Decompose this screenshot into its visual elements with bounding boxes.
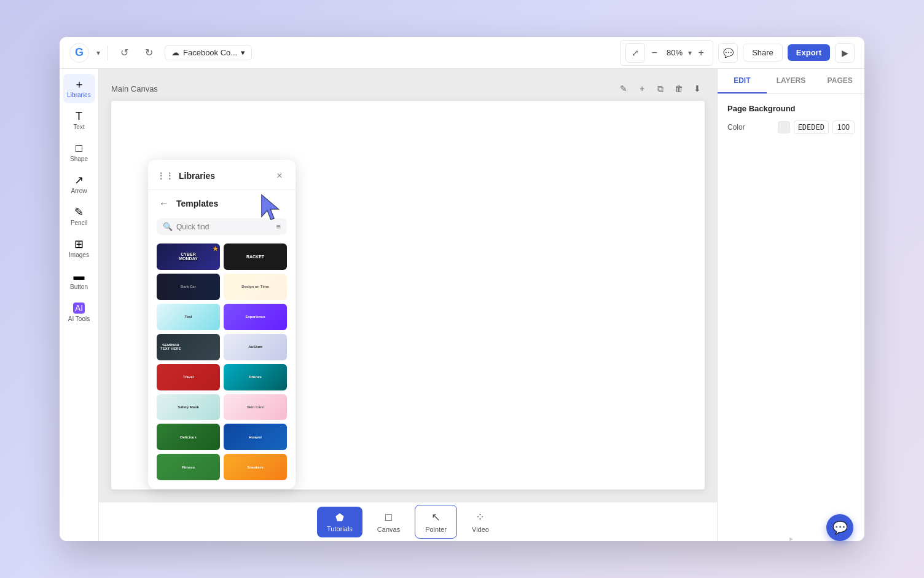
template-card-t15[interactable]: Fitness: [157, 454, 220, 480]
templates-section-title: Templates: [176, 199, 218, 208]
template-card-t5[interactable]: Teal: [157, 304, 220, 330]
template-img: SEMINARTEXT HERE: [157, 334, 220, 360]
template-card-t4[interactable]: Design on Time: [224, 274, 287, 300]
top-bar-right: ⤢ − 80% ▾ + 💬 Share Export ▶: [620, 40, 855, 66]
color-swatch[interactable]: [778, 121, 790, 133]
libraries-title-text: Libraries: [179, 171, 215, 181]
share-button[interactable]: Share: [743, 44, 783, 61]
opacity-value[interactable]: 100: [832, 121, 855, 134]
images-label: Images: [69, 251, 89, 258]
bottom-bar: ⬟ Tutorials □ Canvas ↖ Pointer ⁘ Video: [99, 502, 717, 541]
sidebar-item-images[interactable]: ⊞ Images: [63, 234, 95, 263]
pointer-tool-button[interactable]: ↖ Pointer: [415, 505, 457, 539]
color-row: Color EDEDED 100: [727, 121, 855, 134]
tutorials-button[interactable]: ⬟ Tutorials: [317, 507, 362, 537]
template-card-t3[interactable]: Dark Car: [157, 274, 220, 300]
libraries-close-button[interactable]: ×: [272, 168, 287, 183]
sidebar-item-button[interactable]: ▬ Button: [63, 266, 95, 295]
template-img: Safety Mask: [157, 394, 220, 421]
zoom-value[interactable]: 80%: [664, 48, 686, 57]
zoom-plus-button[interactable]: +: [694, 46, 708, 60]
template-img: Dark Car: [157, 274, 220, 300]
play-button[interactable]: ▶: [835, 43, 855, 63]
template-card-t13[interactable]: Delicious: [157, 424, 220, 450]
main-area: ＋ Libraries T Text □ Shape ↗ Arrow ✎ Pen…: [60, 69, 864, 541]
pointer-tool-label: Pointer: [425, 526, 447, 533]
templates-back-button[interactable]: ←: [157, 196, 171, 211]
sidebar-item-text[interactable]: T Text: [63, 106, 95, 135]
color-label: Color: [727, 123, 745, 132]
logo-button[interactable]: G: [69, 43, 89, 63]
template-card-t14[interactable]: Huawei: [224, 424, 287, 450]
tutorials-icon: ⬟: [335, 512, 344, 523]
template-card-t9[interactable]: Travel: [157, 364, 220, 390]
canvas-delete-button[interactable]: 🗑: [671, 81, 686, 96]
panel-tabs: EDIT LAYERS PAGES: [718, 69, 864, 94]
search-bar: 🔍 ≡: [157, 218, 287, 235]
canvas-edit-button[interactable]: ✎: [616, 81, 631, 96]
video-tool-button[interactable]: ⁘ Video: [462, 505, 499, 538]
template-card-t10[interactable]: Drones: [224, 364, 287, 390]
arrow-icon: ↗: [74, 175, 84, 186]
sidebar-item-libraries[interactable]: ＋ Libraries: [63, 74, 95, 103]
template-card-t12[interactable]: Skin Care: [224, 394, 287, 421]
filter-icon[interactable]: ≡: [276, 222, 281, 231]
zoom-minus-button[interactable]: −: [648, 46, 661, 60]
undo-button[interactable]: ↺: [116, 44, 133, 61]
images-icon: ⊞: [74, 239, 84, 250]
template-img: AuSium: [224, 334, 287, 360]
template-img: Drones: [224, 364, 287, 390]
tab-pages[interactable]: PAGES: [815, 69, 864, 93]
search-input[interactable]: [176, 223, 272, 231]
search-icon: 🔍: [163, 222, 173, 231]
template-card-t7[interactable]: SEMINARTEXT HERE: [157, 334, 220, 360]
canvas-actions: ✎ + ⧉ 🗑 ⬇: [616, 81, 705, 96]
collapse-handle[interactable]: ▸: [718, 536, 864, 541]
sidebar-item-shape[interactable]: □ Shape: [63, 138, 95, 167]
button-icon: ▬: [74, 271, 85, 282]
logo-dropdown[interactable]: ▾: [96, 49, 100, 57]
template-card-t2[interactable]: RACKET: [224, 243, 287, 270]
template-img: Fitness: [157, 454, 220, 480]
template-img: Huawei: [224, 424, 287, 450]
project-name-label: Facebook Co...: [183, 48, 237, 57]
project-name-button[interactable]: ☁ Facebook Co... ▾: [165, 45, 252, 60]
template-card-t8[interactable]: AuSium: [224, 334, 287, 360]
canvas-tool-button[interactable]: □ Canvas: [367, 506, 410, 538]
sidebar-item-pencil[interactable]: ✎ Pencil: [63, 202, 95, 231]
template-card-t11[interactable]: Safety Mask: [157, 394, 220, 421]
zoom-control: ⤢ − 80% ▾ +: [620, 40, 713, 66]
template-card-t6[interactable]: Experience: [224, 304, 287, 330]
canvas-tool-icon: □: [385, 511, 392, 524]
tab-layers[interactable]: LAYERS: [767, 69, 816, 93]
sidebar-item-ai-tools[interactable]: AI AI Tools: [63, 298, 95, 327]
export-button[interactable]: Export: [788, 44, 830, 61]
resize-button[interactable]: ⤢: [625, 43, 645, 63]
color-value[interactable]: EDEDED: [794, 121, 829, 134]
text-icon: T: [76, 111, 82, 122]
button-label: Button: [70, 283, 88, 290]
color-controls: EDEDED 100: [778, 121, 855, 134]
template-card-t16[interactable]: Sneakers: [224, 454, 287, 480]
canvas-copy-button[interactable]: ⧉: [653, 81, 668, 96]
collapse-icon: ▸: [789, 534, 793, 541]
sidebar-item-arrow[interactable]: ↗ Arrow: [63, 170, 95, 199]
zoom-dropdown[interactable]: ▾: [688, 49, 692, 57]
templates-nav: ← Templates: [148, 190, 296, 215]
pointer-tool-icon: ↖: [431, 510, 440, 524]
redo-button[interactable]: ↻: [140, 44, 157, 61]
tutorials-label: Tutorials: [327, 525, 353, 532]
canvas-download-button[interactable]: ⬇: [690, 81, 705, 96]
panel-content: Page Background Color EDEDED 100: [718, 94, 864, 536]
chat-icon: 💬: [832, 520, 848, 535]
canvas-header: Main Canvas ✎ + ⧉ 🗑 ⬇: [111, 81, 705, 96]
divider: [108, 46, 108, 60]
template-img: Travel: [157, 364, 220, 390]
canvas-add-button[interactable]: +: [635, 81, 649, 96]
video-tool-icon: ⁘: [476, 510, 485, 524]
ai-tools-label: AI Tools: [68, 315, 90, 322]
template-card-t1[interactable]: CYBERMONDAY ★: [157, 243, 220, 270]
comment-button[interactable]: 💬: [718, 43, 738, 63]
tab-edit[interactable]: EDIT: [718, 69, 767, 93]
libraries-title: ⋮⋮ Libraries: [157, 171, 215, 181]
